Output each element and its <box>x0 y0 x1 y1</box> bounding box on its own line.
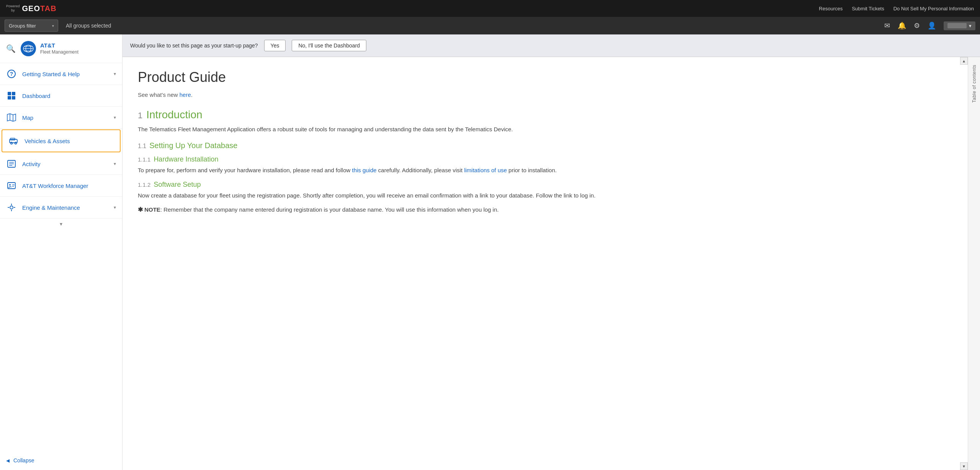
getting-started-icon: ? <box>6 69 17 79</box>
scroll-down-arrow: ▾ <box>60 221 62 227</box>
dashboard-icon <box>6 90 17 101</box>
top-bar: Powered by GEOTAB Resources Submit Ticke… <box>0 0 980 17</box>
sidebar-item-att-workforce[interactable]: AT&T Workforce Manager <box>0 175 122 197</box>
resources-link[interactable]: Resources <box>819 6 843 11</box>
sidebar: 🔍 AT&T Fleet Management <box>0 34 122 470</box>
powered-by-text: Powered by <box>6 4 20 13</box>
svg-rect-9 <box>12 92 15 95</box>
logo-geo-text: GEO <box>22 4 40 13</box>
logo-area: Powered by GEOTAB <box>6 4 57 13</box>
sub-subsection-1-1-2-num: 1.1.2 <box>138 181 150 188</box>
sidebar-item-activity[interactable]: Activity ▾ <box>0 153 122 175</box>
getting-started-label: Getting Started & Help <box>22 71 108 77</box>
doc-scroll-up[interactable]: ▲ <box>960 57 968 65</box>
sidebar-item-engine-maintenance[interactable]: Engine & Maintenance ▾ <box>0 197 122 219</box>
engine-maintenance-icon <box>6 202 17 213</box>
doc-subtitle-period: . <box>191 91 193 98</box>
sub-subsection-1-1-2-title: Software Setup <box>154 181 201 189</box>
vehicles-assets-label: Vehicles & Assets <box>24 138 114 144</box>
all-groups-selected-text: All groups selected <box>66 23 111 29</box>
sidebar-item-dashboard[interactable]: Dashboard <box>0 85 122 107</box>
vehicles-assets-icon <box>8 135 19 146</box>
notifications-icon[interactable]: 🔔 <box>898 21 906 30</box>
toc-sidebar[interactable]: Table of contents <box>968 57 980 470</box>
doc-subtitle-link[interactable]: here <box>180 91 191 98</box>
limitations-of-use-link[interactable]: limitations of use <box>464 167 507 173</box>
brand-logo: AT&T Fleet Management <box>20 41 78 57</box>
att-workforce-icon <box>6 180 17 191</box>
sub-subsection-1-1-1-heading: 1.1.1 Hardware Installation <box>138 155 952 163</box>
svg-point-17 <box>11 142 13 144</box>
sub-subsection-1-1-1-title: Hardware Installation <box>154 155 218 163</box>
section-1-heading: 1 Introduction <box>138 109 952 121</box>
note-text: : Remember that the company name entered… <box>160 206 499 213</box>
toc-label: Table of contents <box>972 65 977 103</box>
logo-wordmark: GEOTAB <box>22 4 57 13</box>
main-layout: 🔍 AT&T Fleet Management <box>0 34 980 470</box>
sidebar-header: 🔍 AT&T Fleet Management <box>0 34 122 63</box>
engine-maintenance-label: Engine & Maintenance <box>22 204 108 211</box>
doc-scroll-down[interactable]: ▼ <box>960 462 968 470</box>
this-guide-link[interactable]: this guide <box>352 167 376 173</box>
groups-filter-button[interactable]: Groups filter ▾ <box>5 20 58 32</box>
svg-rect-28 <box>11 204 12 205</box>
submit-tickets-link[interactable]: Submit Tickets <box>852 6 884 11</box>
user-dropdown[interactable]: ▾ <box>944 21 975 30</box>
svg-rect-10 <box>8 96 11 100</box>
subsection-1-1-title: Setting Up Your Database <box>149 141 237 150</box>
brand-name-text: AT&T Fleet Management <box>40 42 78 55</box>
doc-content: Product Guide See what's new here. 1 Int… <box>122 57 968 470</box>
section-1-title: Introduction <box>146 109 202 121</box>
svg-rect-31 <box>14 207 15 208</box>
doc-container: ▲ Product Guide See what's new here. 1 I… <box>122 57 980 470</box>
logo-tab-text: TAB <box>40 4 57 13</box>
sidebar-collapse-item[interactable]: ◂ Collapse <box>0 451 122 470</box>
svg-point-18 <box>15 142 17 144</box>
yes-button[interactable]: Yes <box>264 40 286 51</box>
mail-icon[interactable]: ✉ <box>884 21 890 30</box>
search-button[interactable]: 🔍 <box>6 44 16 53</box>
svg-rect-11 <box>12 96 15 100</box>
sub-subsection-1-1-1-num: 1.1.1 <box>138 156 150 163</box>
dashboard-label: Dashboard <box>22 93 116 99</box>
section-1-body: The Telematics Fleet Management Applicat… <box>138 125 952 134</box>
sub-subsection-1-1-2-body: Now create a database for your fleet usi… <box>138 191 952 201</box>
startup-question: Would you like to set this page as your … <box>130 42 258 49</box>
att-workforce-label: AT&T Workforce Manager <box>22 183 116 189</box>
groups-filter-arrow: ▾ <box>52 24 54 28</box>
engine-maintenance-chevron: ▾ <box>114 205 116 210</box>
doc-subtitle: See what's new here. <box>138 91 952 98</box>
groups-filter-label: Groups filter <box>9 23 36 29</box>
doc-note: ✱ NOTE: Remember that the company name e… <box>138 205 952 215</box>
svg-point-24 <box>9 184 11 186</box>
doc-subtitle-text: See what's new <box>138 91 180 98</box>
section-1-num: 1 <box>138 111 142 121</box>
user-name-text <box>947 23 967 28</box>
svg-rect-30 <box>8 207 9 208</box>
sidebar-item-vehicles-assets[interactable]: Vehicles & Assets <box>2 129 121 152</box>
do-not-sell-link[interactable]: Do Not Sell My Personal Information <box>893 6 974 11</box>
sidebar-item-map[interactable]: Map ▾ <box>0 107 122 129</box>
activity-chevron: ▾ <box>114 161 116 166</box>
hw-body-middle: carefully. Additionally, please visit <box>377 167 464 173</box>
top-bar-links: Resources Submit Tickets Do Not Sell My … <box>819 6 974 11</box>
sidebar-item-getting-started[interactable]: ? Getting Started & Help ▾ <box>0 63 122 85</box>
top-action-icons: ✉ 🔔 ⚙ 👤 ▾ <box>884 21 975 30</box>
map-label: Map <box>22 114 108 121</box>
collapse-label: Collapse <box>13 457 34 463</box>
att-logo-icon <box>20 41 36 57</box>
hw-body-before: To prepare for, perform and verify your … <box>138 167 352 173</box>
svg-marker-12 <box>7 114 16 121</box>
startup-banner: Would you like to set this page as your … <box>122 34 980 57</box>
sidebar-scroll-down[interactable]: ▾ <box>0 219 122 229</box>
hw-body-after: prior to installation. <box>507 167 557 173</box>
brand-name2: Fleet Management <box>40 49 78 55</box>
content-area: Would you like to set this page as your … <box>122 34 980 470</box>
no-dashboard-button[interactable]: No, I'll use the Dashboard <box>292 40 366 51</box>
svg-point-27 <box>10 206 13 209</box>
user-icon[interactable]: 👤 <box>928 21 936 30</box>
map-chevron: ▾ <box>114 115 116 120</box>
sub-subsection-1-1-1-body: To prepare for, perform and verify your … <box>138 166 952 175</box>
settings-icon[interactable]: ⚙ <box>914 21 920 30</box>
collapse-icon: ◂ <box>6 456 10 465</box>
